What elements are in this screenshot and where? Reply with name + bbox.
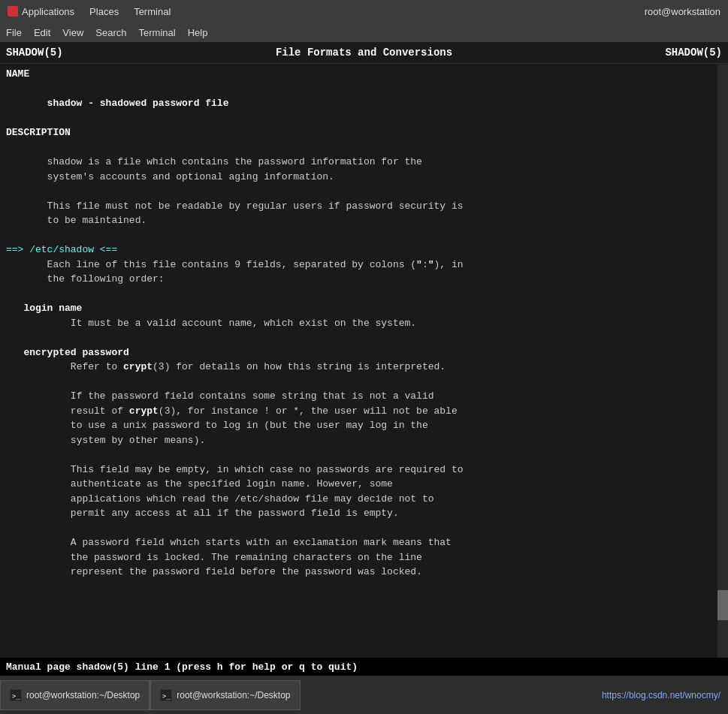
menu-help[interactable]: Help <box>188 27 208 38</box>
applications-menu[interactable]: Applications <box>8 6 74 17</box>
menu-terminal[interactable]: Terminal <box>139 27 176 38</box>
terminal-menu[interactable]: Terminal <box>134 6 171 17</box>
system-bar: Applications Places Terminal root@workst… <box>0 0 728 23</box>
man-header-left: SHADOW(5) <box>6 47 63 59</box>
menu-search[interactable]: Search <box>95 27 126 38</box>
main-window: root@workstation:~/Desktop Every 1.0s: t… <box>0 23 728 714</box>
taskbar: >_ root@workstation:~/Desktop >_ root@wo… <box>0 676 728 714</box>
status-bar: Manual page shadow(5) line 1 (press h fo… <box>0 658 728 676</box>
places-menu[interactable]: Places <box>89 6 119 17</box>
man-page: File Edit View Search Terminal Help SHAD… <box>0 23 728 676</box>
taskbar-item-2[interactable]: >_ root@workstation:~/Desktop <box>150 680 300 710</box>
terminal-icon-2: >_ <box>160 689 172 701</box>
taskbar-label-1: root@workstation:~/Desktop <box>26 690 140 700</box>
system-bar-right: root@workstation <box>645 6 720 17</box>
status-text: Manual page shadow(5) line 1 (press h fo… <box>6 661 358 673</box>
man-page-text: NAME shadow - shadowed password file DES… <box>0 67 728 580</box>
man-header-right: SHADOW(5) <box>665 47 722 59</box>
taskbar-label-2: root@workstation:~/Desktop <box>177 690 290 700</box>
man-page-header: SHADOW(5) File Formats and Conversions S… <box>0 42 728 64</box>
man-header-center: File Formats and Conversions <box>276 47 452 59</box>
svg-text:>_: >_ <box>12 692 20 700</box>
svg-text:>_: >_ <box>162 692 171 700</box>
menu-view[interactable]: View <box>62 27 83 38</box>
menu-file[interactable]: File <box>6 27 22 38</box>
scrollbar[interactable] <box>717 65 728 714</box>
menu-edit[interactable]: Edit <box>34 27 50 38</box>
app-icon <box>8 6 18 17</box>
taskbar-url: https://blog.csdn.net/wnocmy/ <box>602 690 728 700</box>
scrollbar-thumb[interactable] <box>717 590 728 620</box>
taskbar-item-1[interactable]: >_ root@workstation:~/Desktop <box>0 680 150 710</box>
man-page-content[interactable]: NAME shadow - shadowed password file DES… <box>0 64 728 676</box>
terminal-icon-1: >_ <box>10 689 22 701</box>
menu-bar: File Edit View Search Terminal Help <box>0 23 728 42</box>
